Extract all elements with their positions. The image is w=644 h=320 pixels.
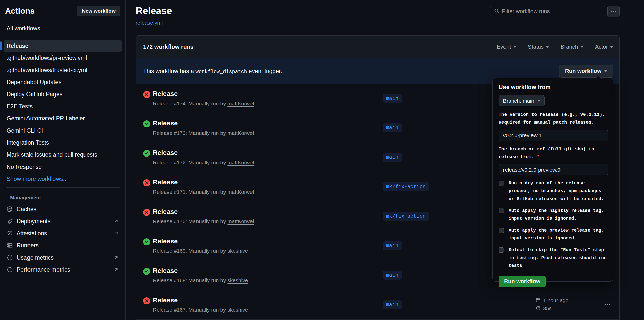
branch-filter-dropdown[interactable]: Branch [561,44,583,50]
dry-run-checkbox[interactable] [499,181,504,186]
run-title-link[interactable]: Release [153,296,178,304]
verified-icon [7,230,13,237]
event-filter-dropdown[interactable]: Event [497,44,516,50]
sidebar-title: Actions [5,6,35,16]
check-circle-icon [143,150,150,157]
branch-chip[interactable]: main [383,94,402,103]
run-title-link[interactable]: Release [153,237,178,245]
nightly-tag-checkbox-label[interactable]: Auto apply the nightly release tag, inpu… [509,207,608,222]
kebab-horizontal-icon [604,301,611,308]
meter-icon [7,254,13,261]
run-title-link[interactable]: Release [153,90,178,98]
check-circle-icon [143,238,150,245]
check-circle-icon [143,268,150,275]
stopwatch-icon [535,305,541,312]
run-title-link[interactable]: Release [153,267,178,275]
sidebar-item-deployments[interactable]: Deployments [4,215,122,227]
sidebar-item-performance-metrics[interactable]: Performance metrics [4,264,122,276]
dry-run-checkbox-label[interactable]: Run a dry-run of the release process; no… [509,179,608,203]
sidebar-item-pr-review[interactable]: .github/workflows/pr-review.yml [4,52,122,64]
sidebar-item-caches[interactable]: Caches [4,203,122,215]
sidebar-item-mark-stale[interactable]: Mark stale issues and pull requests [4,149,122,161]
branch-chip[interactable]: main [383,153,402,162]
run-description: Release #171: Manually run by [153,189,226,195]
branch-chip[interactable]: mk/fix-action [383,212,429,221]
sidebar-item-dependabot-updates[interactable]: Dependabot Updates [4,76,122,88]
new-workflow-button[interactable]: New workflow [77,6,120,16]
sidebar-item-e2e-tests[interactable]: E2E Tests [4,100,122,112]
chevron-down-icon [610,46,613,48]
skip-tests-checkbox-label[interactable]: Select to skip the "Run Tests" step in t… [509,246,608,270]
run-description: Release #168: Manually run by [153,277,226,283]
x-circle-icon [143,179,150,186]
arrow-up-right-icon [113,218,119,224]
nightly-tag-checkbox[interactable] [499,208,504,213]
arrow-up-right-icon [113,255,119,260]
workflow-file-link[interactable]: release.yml [136,20,163,26]
page-title: Release [136,6,172,16]
run-actor-link[interactable]: mattKorwel [227,218,254,224]
branch-chip[interactable]: main [383,271,402,280]
status-icon [143,209,150,216]
run-description: Release #169: Manually run by [153,248,226,254]
x-circle-icon [143,209,150,216]
run-description: Release #167: Manually run by [153,307,226,313]
run-title-link[interactable]: Release [153,208,178,216]
workflow-options-kebab-button[interactable] [607,6,620,17]
filter-workflow-runs-input[interactable] [502,8,601,15]
management-section-header: Management [4,190,122,203]
preview-tag-checkbox[interactable] [499,228,504,233]
preview-tag-checkbox-label[interactable]: Auto apply the preview release tag, inpu… [509,227,608,242]
status-icon [143,91,150,98]
workflow-run-row: Release Release #167: Manually run by sk… [136,290,619,320]
sidebar-item-deploy-github-pages[interactable]: Deploy GitHub Pages [4,88,122,100]
sidebar-item-usage-metrics[interactable]: Usage metrics [4,251,122,264]
sidebar-item-runners[interactable]: Runners [4,239,122,251]
sidebar-item-trusted-ci[interactable]: .github/workflows/trusted-ci.yml [4,64,122,76]
branch-chip[interactable]: main [383,300,402,309]
run-actor-link[interactable]: mattKorwel [227,189,254,195]
sidebar-divider [6,37,120,37]
run-actor-link[interactable]: mattKorwel [227,159,254,165]
branch-chip[interactable]: main [383,241,402,250]
run-title-link[interactable]: Release [153,149,178,157]
sidebar-item-integration-tests[interactable]: Integration Tests [4,137,122,149]
status-filter-dropdown[interactable]: Status [528,44,549,50]
selected-indicator-bar [0,41,2,50]
branch-chip[interactable]: main [383,123,402,132]
run-title-link[interactable]: Release [153,119,178,127]
sidebar-item-release[interactable]: Release [4,40,122,52]
required-asterisk: * [537,154,540,159]
sidebar-item-no-response[interactable]: No Response [4,161,122,173]
branch-selector-button[interactable]: Branch: main [499,95,545,106]
run-title-link[interactable]: Release [153,178,178,186]
run-actor-link[interactable]: mattKorwel [227,101,254,106]
skip-tests-checkbox[interactable] [499,247,504,253]
sidebar-item-all-workflows[interactable]: All workflows [4,22,122,35]
chevron-down-icon [604,70,607,72]
sidebar-item-attestations[interactable]: Attestations [4,227,122,239]
status-icon [143,150,150,157]
database-icon [7,206,13,212]
run-actor-link[interactable]: skeshive [227,248,248,254]
chevron-down-icon [537,100,540,102]
chevron-down-icon [546,46,549,48]
run-description: Release #172: Manually run by [153,159,226,165]
version-input[interactable] [499,130,608,141]
run-options-kebab-button[interactable] [604,301,611,309]
kebab-horizontal-icon [610,8,617,14]
run-actor-link[interactable]: mattKorwel [227,130,254,136]
show-more-workflows-link[interactable]: Show more workflows... [4,173,122,185]
run-actor-link[interactable]: skeshive [227,277,248,283]
branch-chip[interactable]: mk/fix-action [383,182,429,191]
actor-filter-dropdown[interactable]: Actor [595,44,613,50]
run-workflow-dropdown-button[interactable]: Run workflow [559,65,613,78]
sidebar-item-gemini-pr-labeler[interactable]: Gemini Automated PR Labeler [4,112,122,124]
sidebar-item-gemini-cli-ci[interactable]: Gemini CLI CI [4,124,122,137]
run-workflow-submit-button[interactable]: Run workflow [499,276,546,287]
run-actor-link[interactable]: skeshive [227,307,248,313]
rocket-icon [7,218,13,225]
x-circle-icon [143,91,150,98]
ref-input[interactable] [499,164,608,175]
status-icon [143,297,150,304]
